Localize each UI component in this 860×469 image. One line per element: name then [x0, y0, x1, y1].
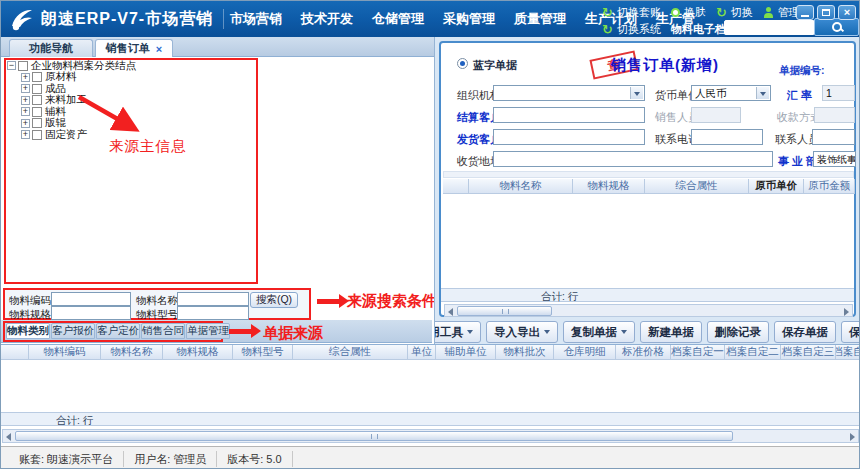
global-search-input[interactable] [724, 20, 814, 35]
checkbox[interactable] [18, 61, 28, 71]
horizontal-scrollbar[interactable] [444, 304, 853, 317]
change-skin-link[interactable]: 换肤 [684, 5, 706, 20]
new-doc-button[interactable]: 新建单据 [640, 321, 702, 343]
col-header[interactable]: 物料型号 [233, 345, 293, 360]
close-button[interactable]: × [838, 5, 856, 20]
checkbox[interactable] [32, 95, 42, 105]
import-export-button[interactable]: 导入导出 [486, 321, 558, 343]
save-doc-button[interactable]: 保存单据 [774, 321, 836, 343]
row-selector-header [443, 179, 469, 194]
scroll-left-icon[interactable] [448, 308, 453, 316]
maximize-button[interactable] [817, 5, 835, 20]
tab-function-nav[interactable]: 功能导航 [9, 39, 93, 57]
menu-item-tech[interactable]: 技术开发 [301, 10, 353, 28]
col-header[interactable]: 综合属性 [645, 179, 749, 194]
minimize-icon [801, 15, 809, 17]
tab-sales-order[interactable]: 销售订单 × [95, 39, 173, 57]
table-total-row: 合计: 行 [1, 412, 860, 426]
global-search-button[interactable] [814, 18, 859, 36]
rate-field[interactable]: 1 [822, 85, 855, 101]
col-header[interactable]: 辅助单位 [436, 345, 496, 360]
contact-phone-input[interactable] [691, 129, 763, 145]
total-label: 合计: 行 [541, 290, 578, 304]
expand-icon[interactable] [21, 107, 30, 116]
material-code-input[interactable] [51, 292, 131, 306]
collapse-icon[interactable] [7, 61, 16, 70]
tab-material-category[interactable]: 物料类别 [6, 323, 50, 339]
scroll-right-icon[interactable] [850, 433, 855, 441]
switch-account-link[interactable]: 切换套账 [617, 5, 661, 20]
annotation-search-condition: 来源搜索条件 [347, 292, 437, 311]
currency-select[interactable]: 人民币 [691, 85, 771, 101]
col-header[interactable]: 档案自定一 [671, 345, 725, 360]
col-header[interactable]: 物料编码 [29, 345, 101, 360]
address-input[interactable] [493, 151, 773, 167]
tab-sales-contract[interactable]: 销售合同 [141, 323, 185, 339]
col-header[interactable]: 物料名称 [469, 179, 573, 194]
button-label: 新建单据 [648, 325, 694, 340]
expand-icon[interactable] [21, 73, 30, 82]
blue-doc-radio[interactable] [457, 58, 468, 69]
expand-icon[interactable] [21, 130, 30, 139]
minimize-button[interactable] [796, 5, 814, 20]
tab-doc-management[interactable]: 单据管理 [186, 323, 230, 339]
menu-item-quality[interactable]: 质量管理 [514, 10, 566, 28]
switch-system-link[interactable]: 切换系统 [617, 22, 661, 37]
division-field[interactable]: 装饰纸事业 [813, 151, 856, 167]
source-search-panel: 物料编码 物料名称 搜索(Q) 物料规格 物料型号 [3, 288, 311, 320]
scrollbar-thumb[interactable] [15, 431, 733, 441]
tree-node-raw-material[interactable]: 原材料 [21, 72, 136, 84]
col-header[interactable]: 档案自定四 [836, 345, 860, 360]
col-header[interactable]: 物料规格 [573, 179, 645, 194]
menu-item-warehouse[interactable]: 仓储管理 [372, 10, 424, 28]
col-header[interactable]: 物料规格 [163, 345, 233, 360]
expand-icon[interactable] [21, 96, 30, 105]
checkbox[interactable] [32, 130, 42, 140]
scroll-left-icon[interactable] [6, 433, 11, 441]
expand-icon[interactable] [21, 84, 30, 93]
delete-record-button[interactable]: 删除记录 [707, 321, 769, 343]
scroll-right-icon[interactable] [844, 308, 849, 316]
menu-item-marketing[interactable]: 市场营销 [230, 10, 282, 28]
col-header[interactable]: 原币单价 [749, 179, 804, 194]
col-header[interactable]: 单位 [408, 345, 436, 360]
col-header[interactable]: 原币金额 [804, 179, 855, 194]
copy-doc-button[interactable]: 复制单据 [563, 321, 635, 343]
checkbox[interactable] [32, 118, 42, 128]
status-version: 版本号: 5.0 [217, 451, 292, 467]
tab-customer-quote[interactable]: 客户报价 [51, 323, 95, 339]
annotation-box-doc-source: 物料类别 客户报价 客户定价 销售合同 单据管理 [3, 321, 223, 342]
division-label: 事 业 部 [778, 154, 817, 169]
col-header[interactable]: 档案自定二 [725, 345, 781, 360]
settle-customer-input[interactable] [493, 107, 645, 123]
chevron-down-icon[interactable] [630, 87, 643, 99]
horizontal-scrollbar[interactable] [2, 429, 859, 443]
ship-customer-input[interactable] [493, 129, 645, 145]
checkbox[interactable] [32, 72, 42, 82]
col-header[interactable]: 综合属性 [293, 345, 408, 360]
col-header[interactable]: 标准价格 [616, 345, 671, 360]
material-model-input[interactable] [177, 306, 249, 320]
tab-customer-pricing[interactable]: 客户定价 [96, 323, 140, 339]
chevron-down-icon[interactable] [756, 87, 769, 99]
contact-person-input[interactable] [812, 129, 855, 145]
material-name-input[interactable] [177, 292, 249, 306]
topbar-divider [223, 9, 224, 29]
search-button[interactable]: 搜索(Q) [250, 292, 298, 308]
switch-link[interactable]: 切换 [731, 5, 753, 20]
material-spec-input[interactable] [51, 306, 131, 320]
col-header[interactable]: 物料批次 [496, 345, 554, 360]
col-header[interactable]: 仓库明细 [554, 345, 616, 360]
tab-close-icon[interactable]: × [156, 43, 162, 55]
search-icon [831, 21, 843, 33]
scrollbar-thumb[interactable] [457, 306, 552, 316]
common-tools-button[interactable]: 常用工具 [435, 321, 481, 343]
expand-icon[interactable] [21, 119, 30, 128]
save-submit-button[interactable]: 保存提交 [841, 321, 860, 343]
checkbox[interactable] [32, 84, 42, 94]
col-header[interactable]: 档案自定三 [781, 345, 836, 360]
checkbox[interactable] [32, 107, 42, 117]
col-header[interactable]: 物料名称 [101, 345, 163, 360]
org-select[interactable] [493, 85, 645, 101]
menu-item-purchase[interactable]: 采购管理 [443, 10, 495, 28]
